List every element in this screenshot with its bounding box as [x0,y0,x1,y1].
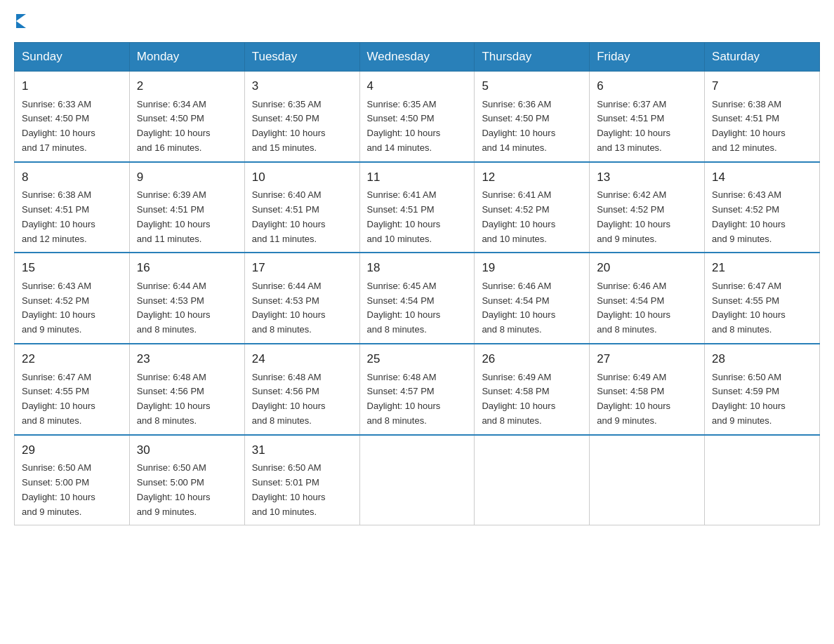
day-info: Sunrise: 6:40 AMSunset: 4:51 PMDaylight:… [252,188,352,246]
day-number: 15 [22,259,122,277]
calendar-cell: 18Sunrise: 6:45 AMSunset: 4:54 PMDayligh… [359,253,475,344]
calendar-cell [359,435,475,525]
day-number: 8 [22,168,122,187]
week-row-1: 1Sunrise: 6:33 AMSunset: 4:50 PMDaylight… [15,72,820,162]
day-number: 17 [252,259,352,277]
day-number: 21 [712,259,812,277]
day-info: Sunrise: 6:49 AMSunset: 4:58 PMDaylight:… [597,370,697,429]
day-number: 25 [367,350,468,368]
page-header [14,14,820,28]
calendar-table: SundayMondayTuesdayWednesdayThursdayFrid… [14,42,820,525]
calendar-cell: 20Sunrise: 6:46 AMSunset: 4:54 PMDayligh… [590,253,705,344]
calendar-cell [705,435,820,525]
day-number: 27 [597,350,697,368]
day-number: 18 [367,259,468,277]
calendar-cell: 6Sunrise: 6:37 AMSunset: 4:51 PMDaylight… [590,72,705,162]
day-number: 6 [597,77,697,95]
calendar-cell: 30Sunrise: 6:50 AMSunset: 5:00 PMDayligh… [129,435,244,525]
calendar-cell: 16Sunrise: 6:44 AMSunset: 4:53 PMDayligh… [129,253,244,344]
day-info: Sunrise: 6:48 AMSunset: 4:56 PMDaylight:… [252,370,352,429]
calendar-cell [475,435,590,525]
day-number: 28 [712,350,812,368]
day-info: Sunrise: 6:46 AMSunset: 4:54 PMDaylight:… [597,279,697,337]
header-sunday: Sunday [15,43,130,72]
week-row-2: 8Sunrise: 6:38 AMSunset: 4:51 PMDaylight… [15,162,820,253]
day-number: 19 [482,259,582,277]
calendar-cell: 7Sunrise: 6:38 AMSunset: 4:51 PMDaylight… [705,72,820,162]
week-row-5: 29Sunrise: 6:50 AMSunset: 5:00 PMDayligh… [15,435,820,525]
day-info: Sunrise: 6:50 AMSunset: 4:59 PMDaylight:… [712,370,812,429]
header-tuesday: Tuesday [244,43,359,72]
day-number: 29 [22,441,122,459]
calendar-cell: 27Sunrise: 6:49 AMSunset: 4:58 PMDayligh… [590,344,705,435]
calendar-cell: 26Sunrise: 6:49 AMSunset: 4:58 PMDayligh… [475,344,590,435]
day-info: Sunrise: 6:47 AMSunset: 4:55 PMDaylight:… [22,370,122,429]
day-number: 16 [137,259,237,277]
day-number: 26 [482,350,582,368]
calendar-cell: 9Sunrise: 6:39 AMSunset: 4:51 PMDaylight… [129,162,244,253]
header-row: SundayMondayTuesdayWednesdayThursdayFrid… [15,43,820,72]
logo-arrow-bottom [16,21,26,28]
day-info: Sunrise: 6:48 AMSunset: 4:56 PMDaylight:… [137,370,237,429]
calendar-cell: 19Sunrise: 6:46 AMSunset: 4:54 PMDayligh… [475,253,590,344]
day-info: Sunrise: 6:38 AMSunset: 4:51 PMDaylight:… [712,98,812,156]
day-number: 12 [482,168,582,187]
calendar-cell: 22Sunrise: 6:47 AMSunset: 4:55 PMDayligh… [15,344,130,435]
day-number: 4 [367,77,468,95]
day-info: Sunrise: 6:50 AMSunset: 5:00 PMDaylight:… [137,461,237,519]
day-info: Sunrise: 6:48 AMSunset: 4:57 PMDaylight:… [367,370,468,429]
day-number: 14 [712,168,812,187]
calendar-cell: 25Sunrise: 6:48 AMSunset: 4:57 PMDayligh… [359,344,475,435]
calendar-cell: 11Sunrise: 6:41 AMSunset: 4:51 PMDayligh… [359,162,475,253]
calendar-cell: 5Sunrise: 6:36 AMSunset: 4:50 PMDaylight… [475,72,590,162]
day-info: Sunrise: 6:41 AMSunset: 4:51 PMDaylight:… [367,188,468,246]
calendar-cell: 23Sunrise: 6:48 AMSunset: 4:56 PMDayligh… [129,344,244,435]
header-wednesday: Wednesday [359,43,475,72]
calendar-cell: 21Sunrise: 6:47 AMSunset: 4:55 PMDayligh… [705,253,820,344]
calendar-cell: 15Sunrise: 6:43 AMSunset: 4:52 PMDayligh… [15,253,130,344]
day-info: Sunrise: 6:49 AMSunset: 4:58 PMDaylight:… [482,370,582,429]
calendar-cell: 24Sunrise: 6:48 AMSunset: 4:56 PMDayligh… [244,344,359,435]
day-number: 11 [367,168,468,187]
calendar-cell: 3Sunrise: 6:35 AMSunset: 4:50 PMDaylight… [244,72,359,162]
day-info: Sunrise: 6:39 AMSunset: 4:51 PMDaylight:… [137,188,237,246]
calendar-cell: 4Sunrise: 6:35 AMSunset: 4:50 PMDaylight… [359,72,475,162]
day-number: 10 [252,168,352,187]
day-info: Sunrise: 6:43 AMSunset: 4:52 PMDaylight:… [712,188,812,246]
day-number: 22 [22,350,122,368]
calendar-cell: 10Sunrise: 6:40 AMSunset: 4:51 PMDayligh… [244,162,359,253]
calendar-cell [590,435,705,525]
calendar-cell: 13Sunrise: 6:42 AMSunset: 4:52 PMDayligh… [590,162,705,253]
calendar-cell: 8Sunrise: 6:38 AMSunset: 4:51 PMDaylight… [15,162,130,253]
day-info: Sunrise: 6:44 AMSunset: 4:53 PMDaylight:… [137,279,237,337]
calendar-cell: 12Sunrise: 6:41 AMSunset: 4:52 PMDayligh… [475,162,590,253]
calendar-cell: 17Sunrise: 6:44 AMSunset: 4:53 PMDayligh… [244,253,359,344]
day-number: 24 [252,350,352,368]
calendar-cell: 29Sunrise: 6:50 AMSunset: 5:00 PMDayligh… [15,435,130,525]
day-info: Sunrise: 6:43 AMSunset: 4:52 PMDaylight:… [22,279,122,337]
day-info: Sunrise: 6:35 AMSunset: 4:50 PMDaylight:… [252,98,352,156]
header-saturday: Saturday [705,43,820,72]
calendar-cell: 14Sunrise: 6:43 AMSunset: 4:52 PMDayligh… [705,162,820,253]
day-number: 20 [597,259,697,277]
day-number: 23 [137,350,237,368]
day-number: 2 [137,77,237,95]
day-info: Sunrise: 6:33 AMSunset: 4:50 PMDaylight:… [22,98,122,156]
day-info: Sunrise: 6:36 AMSunset: 4:50 PMDaylight:… [482,98,582,156]
calendar-cell: 31Sunrise: 6:50 AMSunset: 5:01 PMDayligh… [244,435,359,525]
day-info: Sunrise: 6:50 AMSunset: 5:01 PMDaylight:… [252,461,352,519]
day-info: Sunrise: 6:35 AMSunset: 4:50 PMDaylight:… [367,98,468,156]
day-info: Sunrise: 6:34 AMSunset: 4:50 PMDaylight:… [137,98,237,156]
day-number: 30 [137,441,237,459]
calendar-cell: 28Sunrise: 6:50 AMSunset: 4:59 PMDayligh… [705,344,820,435]
week-row-3: 15Sunrise: 6:43 AMSunset: 4:52 PMDayligh… [15,253,820,344]
day-info: Sunrise: 6:42 AMSunset: 4:52 PMDaylight:… [597,188,697,246]
calendar-cell: 2Sunrise: 6:34 AMSunset: 4:50 PMDaylight… [129,72,244,162]
day-info: Sunrise: 6:38 AMSunset: 4:51 PMDaylight:… [22,188,122,246]
header-monday: Monday [129,43,244,72]
day-info: Sunrise: 6:50 AMSunset: 5:00 PMDaylight:… [22,461,122,519]
week-row-4: 22Sunrise: 6:47 AMSunset: 4:55 PMDayligh… [15,344,820,435]
day-info: Sunrise: 6:46 AMSunset: 4:54 PMDaylight:… [482,279,582,337]
day-number: 1 [22,77,122,95]
day-number: 5 [482,77,582,95]
